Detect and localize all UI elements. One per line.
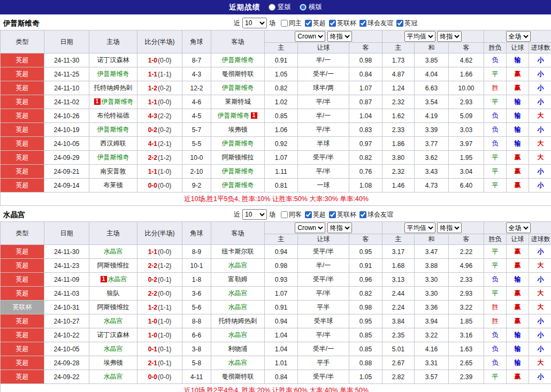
- handicap-result-cell: 赢: [507, 81, 529, 95]
- team-section-crystal-palace: 水晶宫 近 10 场 同客英超英联杯球会友谊 类型 日期 主场 比分(半场) 角…: [0, 209, 551, 392]
- bookmaker-select[interactable]: Crown: [295, 31, 325, 42]
- euro-home-odds-cell: 3.13: [382, 273, 415, 287]
- match-row: 英超24-11-30水晶宫1-1(0-0)8-9纽卡斯尔联0.94受平/半0.9…: [1, 245, 551, 259]
- home-team-cell: 西汉姆联: [89, 137, 137, 151]
- average-select[interactable]: 平均值: [404, 222, 435, 233]
- handicap-result-cell: 赢: [507, 314, 529, 328]
- away-team-cell: 水晶宫: [211, 356, 265, 370]
- date-cell: 24-11-10: [44, 81, 89, 95]
- handicap-result-cell: 赢: [507, 151, 529, 165]
- col-header-handicap: 让球: [298, 43, 349, 53]
- league-filter-option[interactable]: 英冠: [396, 19, 417, 28]
- recent-label: 近: [234, 210, 240, 219]
- asia-away-odds-cell: 0.96: [349, 273, 382, 287]
- goals-result-cell: 大: [529, 137, 551, 151]
- home-team-cell: 水晶宫: [89, 370, 137, 384]
- average-stage-select[interactable]: 终指: [437, 31, 462, 42]
- team-name: 利物浦: [228, 345, 248, 352]
- asia-away-odds-cell: 0.85: [349, 342, 382, 356]
- average-select[interactable]: 平均值: [404, 31, 435, 42]
- league-filter-checkbox[interactable]: [359, 211, 366, 218]
- filter-bar: 近 10 场 同客英超英联杯球会友谊: [234, 209, 393, 220]
- league-filter-checkbox[interactable]: [281, 211, 288, 218]
- match-count-select[interactable]: 10: [242, 18, 267, 28]
- corner-cell: 5-6: [182, 301, 211, 314]
- league-filter-option[interactable]: 英联杯: [329, 210, 356, 219]
- date-cell: 24-11-09: [44, 273, 89, 287]
- league-filter-checkbox[interactable]: [329, 211, 336, 218]
- euro-draw-odds-cell: 3.54: [415, 95, 449, 109]
- match-row: 英超24-09-22水晶宫0-0(0-0)4-11曼彻斯特联0.84受平/半1.…: [1, 370, 551, 384]
- league-filter-option[interactable]: 英超: [305, 19, 326, 28]
- euro-odds-group-header: 平均值 终指: [382, 222, 484, 234]
- score-cell: 0-2(0-2): [137, 123, 182, 137]
- handicap-cell: 半/一: [298, 109, 349, 123]
- col-header-asia-home: 主: [265, 43, 298, 53]
- view-option-vertical[interactable]: 竖版: [269, 3, 291, 12]
- league-filter-checkbox[interactable]: [359, 20, 366, 27]
- match-row: 英超24-10-19伊普斯维奇0-2(0-2)5-7埃弗顿1.06平/半0.83…: [1, 123, 551, 137]
- league-filter-option[interactable]: 英超: [305, 210, 326, 219]
- team-name: 伊普斯维奇: [222, 181, 254, 189]
- home-team-cell: 伊普斯维奇: [89, 67, 137, 81]
- date-cell: 24-11-02: [44, 95, 89, 109]
- match-count-select[interactable]: 10: [242, 209, 267, 220]
- vertical-view-radio[interactable]: [269, 4, 276, 11]
- col-header-result: 胜负: [484, 234, 507, 245]
- league-filter-option[interactable]: 英联杯: [329, 19, 356, 28]
- home-team-cell: 伊普斯维奇: [89, 123, 137, 137]
- goals-result-cell: 小: [529, 81, 551, 95]
- horizontal-view-radio[interactable]: [300, 4, 307, 11]
- team-name: 曼彻斯特联: [222, 373, 254, 380]
- view-option-horizontal[interactable]: 横版: [300, 3, 322, 12]
- team-name: 伊普斯维奇: [97, 153, 129, 161]
- team-name: 埃弗顿: [228, 126, 248, 133]
- date-cell: 24-11-25: [44, 67, 89, 81]
- euro-draw-odds-cell: 6.63: [415, 81, 449, 95]
- euro-away-odds-cell: 4.62: [449, 53, 484, 67]
- away-team-cell: 水晶宫: [211, 287, 265, 301]
- league-filter-option[interactable]: 球会友谊: [359, 19, 393, 28]
- league-filter-checkbox[interactable]: [305, 211, 312, 218]
- odds-stage-select[interactable]: 终指: [327, 31, 352, 42]
- league-filter-checkbox[interactable]: [305, 20, 312, 27]
- col-header-league: 类型: [1, 30, 44, 53]
- asia-away-odds-cell: 0.95: [349, 314, 382, 328]
- league-filter-checkbox[interactable]: [329, 20, 336, 27]
- fulltime-score: 1-1: [148, 98, 157, 106]
- goals-result-cell: 大: [529, 109, 551, 123]
- euro-draw-odds-cell: 3.22: [415, 328, 449, 342]
- euro-away-odds-cell: 6.40: [449, 179, 484, 193]
- matches-table: 类型 日期 主场 比分(半场) 角球 客场 Crown 终指 平均值 终指 全场: [0, 30, 551, 206]
- halftime-score: (1-2): [158, 262, 171, 270]
- scope-select[interactable]: 全场: [506, 222, 531, 233]
- col-header-goals: 进球数: [529, 234, 551, 245]
- handicap-result-cell: 输: [507, 328, 529, 342]
- asia-home-odds-cell: 0.92: [265, 137, 298, 151]
- team-name: 南安普敦: [101, 167, 126, 175]
- odds-stage-select[interactable]: 终指: [327, 222, 352, 233]
- handicap-result-cell: 赢: [507, 67, 529, 81]
- league-filter-option[interactable]: 同主: [281, 19, 302, 28]
- league-filter-checkbox[interactable]: [281, 20, 288, 27]
- euro-draw-odds-cell: 3.30: [415, 273, 449, 287]
- scope-select[interactable]: 全场: [506, 31, 531, 42]
- halftime-score: (0-2): [158, 126, 171, 134]
- match-row: 英超24-09-28埃弗顿2-1(0-1)5-8水晶宫1.01平手0.882.6…: [1, 356, 551, 370]
- average-stage-select[interactable]: 终指: [437, 222, 462, 233]
- league-filter-option[interactable]: 球会友谊: [359, 210, 393, 219]
- league-cell: 英超: [1, 328, 44, 342]
- goals-result-cell: 小: [529, 53, 551, 67]
- col-header-handicap-result: 让球: [507, 234, 529, 245]
- league-filter-group: 同客英超英联杯球会友谊: [278, 210, 393, 219]
- league-filter-option[interactable]: 同客: [281, 210, 302, 219]
- euro-draw-odds-cell: 3.77: [415, 137, 449, 151]
- bookmaker-select[interactable]: Crown: [295, 222, 325, 233]
- asia-home-odds-cell: 0.81: [265, 179, 298, 193]
- euro-away-odds-cell: 2.33: [449, 273, 484, 287]
- league-filter-label: 英超: [313, 210, 326, 219]
- asia-home-odds-cell: 0.94: [265, 245, 298, 259]
- euro-away-odds-cell: 1.85: [449, 314, 484, 328]
- team-name: 纽卡斯尔联: [222, 248, 254, 255]
- league-filter-checkbox[interactable]: [396, 20, 403, 27]
